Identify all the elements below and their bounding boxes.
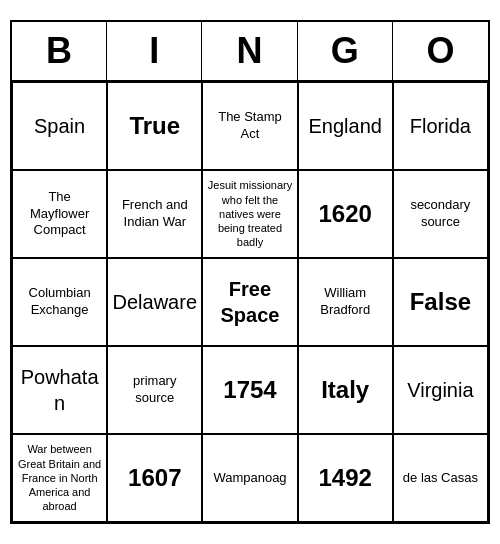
bingo-cell: Columbian Exchange: [12, 258, 107, 346]
bingo-cell: Spain: [12, 82, 107, 170]
bingo-cell: War between Great Britain and France in …: [12, 434, 107, 522]
bingo-cell: Powhatan: [12, 346, 107, 434]
bingo-cell: Virginia: [393, 346, 488, 434]
bingo-cell: 1754: [202, 346, 297, 434]
bingo-cell: The Mayflower Compact: [12, 170, 107, 258]
bingo-cell: William Bradford: [298, 258, 393, 346]
bingo-cell: Jesuit missionary who felt the natives w…: [202, 170, 297, 258]
bingo-grid: SpainTrueThe Stamp ActEnglandFloridaThe …: [12, 82, 488, 522]
bingo-cell: de las Casas: [393, 434, 488, 522]
bingo-cell: 1492: [298, 434, 393, 522]
header-letter: B: [12, 22, 107, 80]
bingo-cell: Wampanoag: [202, 434, 297, 522]
bingo-cell: The Stamp Act: [202, 82, 297, 170]
bingo-cell: True: [107, 82, 202, 170]
header-letter: G: [298, 22, 393, 80]
bingo-cell: Italy: [298, 346, 393, 434]
bingo-cell: England: [298, 82, 393, 170]
bingo-card: BINGO SpainTrueThe Stamp ActEnglandFlori…: [10, 20, 490, 524]
bingo-cell: Florida: [393, 82, 488, 170]
bingo-cell: French and Indian War: [107, 170, 202, 258]
header-letter: I: [107, 22, 202, 80]
bingo-cell: False: [393, 258, 488, 346]
bingo-cell: 1607: [107, 434, 202, 522]
bingo-cell: 1620: [298, 170, 393, 258]
bingo-cell: Delaware: [107, 258, 202, 346]
bingo-cell: primary source: [107, 346, 202, 434]
header-letter: N: [202, 22, 297, 80]
bingo-header: BINGO: [12, 22, 488, 82]
header-letter: O: [393, 22, 488, 80]
bingo-cell: Free Space: [202, 258, 297, 346]
bingo-cell: secondary source: [393, 170, 488, 258]
